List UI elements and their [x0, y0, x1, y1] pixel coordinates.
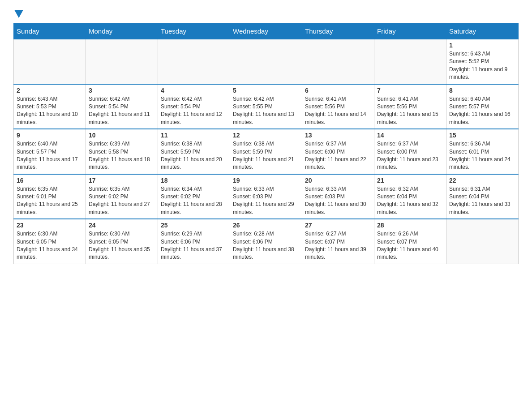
calendar-cell-week3-day2: 10Sunrise: 6:39 AM Sunset: 5:58 PM Dayli…	[86, 129, 158, 174]
day-info: Sunrise: 6:34 AM Sunset: 6:02 PM Dayligh…	[161, 185, 227, 217]
day-info: Sunrise: 6:33 AM Sunset: 6:03 PM Dayligh…	[305, 185, 371, 217]
day-info: Sunrise: 6:42 AM Sunset: 5:55 PM Dayligh…	[233, 95, 299, 127]
day-info: Sunrise: 6:35 AM Sunset: 6:02 PM Dayligh…	[89, 185, 155, 217]
day-info: Sunrise: 6:43 AM Sunset: 5:53 PM Dayligh…	[17, 95, 83, 127]
day-info: Sunrise: 6:37 AM Sunset: 6:00 PM Dayligh…	[305, 140, 371, 171]
day-info: Sunrise: 6:27 AM Sunset: 6:07 PM Dayligh…	[305, 230, 371, 261]
calendar-cell-week1-day7: 1Sunrise: 6:43 AM Sunset: 5:52 PM Daylig…	[446, 39, 519, 84]
day-number: 13	[305, 132, 371, 139]
calendar-cell-week3-day5: 13Sunrise: 6:37 AM Sunset: 6:00 PM Dayli…	[302, 129, 374, 174]
calendar-cell-week4-day7: 22Sunrise: 6:31 AM Sunset: 6:04 PM Dayli…	[446, 174, 519, 219]
day-info: Sunrise: 6:26 AM Sunset: 6:07 PM Dayligh…	[377, 230, 443, 261]
calendar-cell-week3-day3: 11Sunrise: 6:38 AM Sunset: 5:59 PM Dayli…	[158, 129, 230, 174]
calendar-week-row-4: 16Sunrise: 6:35 AM Sunset: 6:01 PM Dayli…	[14, 174, 519, 219]
day-number: 16	[17, 177, 83, 184]
day-number: 2	[17, 87, 83, 94]
calendar-cell-week2-day7: 8Sunrise: 6:40 AM Sunset: 5:57 PM Daylig…	[446, 84, 519, 129]
day-info: Sunrise: 6:38 AM Sunset: 5:59 PM Dayligh…	[161, 140, 227, 171]
day-number: 11	[161, 132, 227, 139]
day-number: 12	[233, 132, 299, 139]
calendar-cell-week2-day5: 6Sunrise: 6:41 AM Sunset: 5:56 PM Daylig…	[302, 84, 374, 129]
day-info: Sunrise: 6:39 AM Sunset: 5:58 PM Dayligh…	[89, 140, 155, 171]
day-number: 3	[89, 87, 155, 94]
day-number: 24	[89, 222, 155, 229]
calendar-cell-week5-day2: 24Sunrise: 6:30 AM Sunset: 6:05 PM Dayli…	[86, 219, 158, 264]
calendar-cell-week3-day1: 9Sunrise: 6:40 AM Sunset: 5:57 PM Daylig…	[14, 129, 86, 174]
calendar-header-sunday: Sunday	[14, 24, 86, 39]
day-info: Sunrise: 6:42 AM Sunset: 5:54 PM Dayligh…	[161, 95, 227, 127]
calendar-cell-week5-day3: 25Sunrise: 6:29 AM Sunset: 6:06 PM Dayli…	[158, 219, 230, 264]
calendar-header-thursday: Thursday	[302, 24, 374, 39]
day-number: 17	[89, 177, 155, 184]
day-info: Sunrise: 6:38 AM Sunset: 5:59 PM Dayligh…	[233, 140, 299, 171]
day-info: Sunrise: 6:37 AM Sunset: 6:00 PM Dayligh…	[377, 140, 443, 171]
logo-icon	[13, 9, 23, 19]
calendar-cell-week3-day7: 15Sunrise: 6:36 AM Sunset: 6:01 PM Dayli…	[446, 129, 519, 174]
day-info: Sunrise: 6:41 AM Sunset: 5:56 PM Dayligh…	[305, 95, 371, 127]
day-number: 18	[161, 177, 227, 184]
day-info: Sunrise: 6:40 AM Sunset: 5:57 PM Dayligh…	[17, 140, 83, 171]
calendar-cell-week4-day5: 20Sunrise: 6:33 AM Sunset: 6:03 PM Dayli…	[302, 174, 374, 219]
day-number: 9	[17, 132, 83, 139]
calendar-cell-week2-day2: 3Sunrise: 6:42 AM Sunset: 5:54 PM Daylig…	[86, 84, 158, 129]
calendar-cell-week5-day1: 23Sunrise: 6:30 AM Sunset: 6:05 PM Dayli…	[14, 219, 86, 264]
calendar-cell-week1-day6	[374, 39, 446, 84]
calendar-cell-week2-day6: 7Sunrise: 6:41 AM Sunset: 5:56 PM Daylig…	[374, 84, 446, 129]
calendar-header-wednesday: Wednesday	[230, 24, 302, 39]
page-header	[13, 9, 519, 19]
day-number: 5	[233, 87, 299, 94]
day-number: 28	[377, 222, 443, 229]
calendar-cell-week1-day2	[86, 39, 158, 84]
day-number: 21	[377, 177, 443, 184]
day-info: Sunrise: 6:40 AM Sunset: 5:57 PM Dayligh…	[449, 95, 515, 127]
day-number: 25	[161, 222, 227, 229]
calendar-header-saturday: Saturday	[446, 24, 519, 39]
calendar-cell-week5-day5: 27Sunrise: 6:27 AM Sunset: 6:07 PM Dayli…	[302, 219, 374, 264]
calendar-cell-week3-day6: 14Sunrise: 6:37 AM Sunset: 6:00 PM Dayli…	[374, 129, 446, 174]
day-info: Sunrise: 6:43 AM Sunset: 5:52 PM Dayligh…	[449, 50, 515, 81]
day-info: Sunrise: 6:31 AM Sunset: 6:04 PM Dayligh…	[449, 185, 515, 217]
day-number: 27	[305, 222, 371, 229]
calendar-table: SundayMondayTuesdayWednesdayThursdayFrid…	[13, 23, 519, 264]
logo-triangle-icon	[14, 10, 23, 19]
day-number: 10	[89, 132, 155, 139]
calendar-week-row-3: 9Sunrise: 6:40 AM Sunset: 5:57 PM Daylig…	[14, 129, 519, 174]
day-info: Sunrise: 6:36 AM Sunset: 6:01 PM Dayligh…	[449, 140, 515, 171]
day-number: 14	[377, 132, 443, 139]
day-info: Sunrise: 6:30 AM Sunset: 6:05 PM Dayligh…	[89, 230, 155, 261]
calendar-cell-week5-day4: 26Sunrise: 6:28 AM Sunset: 6:06 PM Dayli…	[230, 219, 302, 264]
day-info: Sunrise: 6:32 AM Sunset: 6:04 PM Dayligh…	[377, 185, 443, 217]
calendar-cell-week4-day3: 18Sunrise: 6:34 AM Sunset: 6:02 PM Dayli…	[158, 174, 230, 219]
calendar-cell-week3-day4: 12Sunrise: 6:38 AM Sunset: 5:59 PM Dayli…	[230, 129, 302, 174]
day-number: 4	[161, 87, 227, 94]
calendar-header-tuesday: Tuesday	[158, 24, 230, 39]
day-info: Sunrise: 6:30 AM Sunset: 6:05 PM Dayligh…	[17, 230, 83, 261]
calendar-cell-week4-day2: 17Sunrise: 6:35 AM Sunset: 6:02 PM Dayli…	[86, 174, 158, 219]
calendar-cell-week2-day1: 2Sunrise: 6:43 AM Sunset: 5:53 PM Daylig…	[14, 84, 86, 129]
day-info: Sunrise: 6:33 AM Sunset: 6:03 PM Dayligh…	[233, 185, 299, 217]
day-number: 7	[377, 87, 443, 94]
svg-marker-0	[14, 10, 23, 18]
day-number: 6	[305, 87, 371, 94]
calendar-cell-week1-day5	[302, 39, 374, 84]
day-number: 8	[449, 87, 515, 94]
day-info: Sunrise: 6:41 AM Sunset: 5:56 PM Dayligh…	[377, 95, 443, 127]
calendar-week-row-5: 23Sunrise: 6:30 AM Sunset: 6:05 PM Dayli…	[14, 219, 519, 264]
calendar-cell-week2-day4: 5Sunrise: 6:42 AM Sunset: 5:55 PM Daylig…	[230, 84, 302, 129]
calendar-header-friday: Friday	[374, 24, 446, 39]
day-info: Sunrise: 6:29 AM Sunset: 6:06 PM Dayligh…	[161, 230, 227, 261]
day-number: 15	[449, 132, 515, 139]
calendar-cell-week1-day4	[230, 39, 302, 84]
day-info: Sunrise: 6:28 AM Sunset: 6:06 PM Dayligh…	[233, 230, 299, 261]
logo	[13, 9, 23, 19]
calendar-cell-week4-day6: 21Sunrise: 6:32 AM Sunset: 6:04 PM Dayli…	[374, 174, 446, 219]
calendar-cell-week1-day3	[158, 39, 230, 84]
calendar-week-row-1: 1Sunrise: 6:43 AM Sunset: 5:52 PM Daylig…	[14, 39, 519, 84]
calendar-cell-week4-day1: 16Sunrise: 6:35 AM Sunset: 6:01 PM Dayli…	[14, 174, 86, 219]
day-info: Sunrise: 6:42 AM Sunset: 5:54 PM Dayligh…	[89, 95, 155, 127]
day-number: 22	[449, 177, 515, 184]
day-number: 20	[305, 177, 371, 184]
calendar-cell-week4-day4: 19Sunrise: 6:33 AM Sunset: 6:03 PM Dayli…	[230, 174, 302, 219]
day-number: 1	[449, 42, 515, 49]
calendar-week-row-2: 2Sunrise: 6:43 AM Sunset: 5:53 PM Daylig…	[14, 84, 519, 129]
